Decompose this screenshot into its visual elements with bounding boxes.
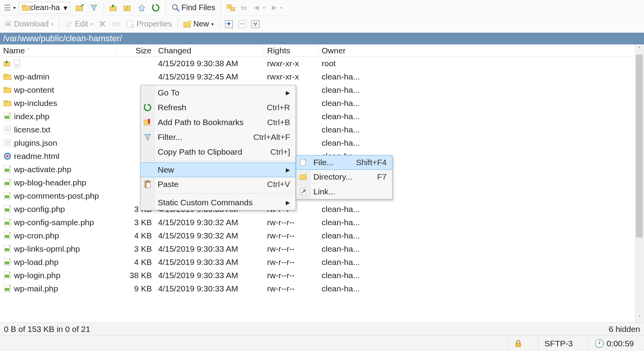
ctx-item-static-custom-commands[interactable]: Static Custom Commands▶ <box>141 195 296 210</box>
file-row[interactable]: wp-config.php3 KB4/15/2019 9:30:38 AMrw-… <box>0 203 644 216</box>
ctx-shortcut: Ctrl+R <box>267 103 290 112</box>
file-row[interactable]: wp-login.php38 KB4/15/2019 9:30:33 AMrw-… <box>0 269 644 282</box>
file-size: 4 KB <box>117 231 155 240</box>
file-name: wp-config.php <box>14 205 65 214</box>
ctx-item-add-path-to-bookmarks[interactable]: Add Path to BookmarksCtrl+B <box>141 115 296 130</box>
svg-rect-43 <box>5 208 9 212</box>
file-type-icon <box>3 165 12 174</box>
folder-picker[interactable]: clean-ha ▾ <box>19 2 70 14</box>
ctx-item-refresh[interactable]: RefreshCtrl+R <box>141 100 296 115</box>
file-row[interactable]: wp-links-opml.php3 KB4/15/2019 9:30:33 A… <box>0 242 644 256</box>
ctx-sub-file[interactable]: File...Shift+F4 <box>296 155 392 170</box>
file-row[interactable]: index.phpclean-ha... <box>0 110 644 123</box>
file-row[interactable]: wp-load.php4 KB4/15/2019 9:30:33 AMrw-r-… <box>0 256 644 269</box>
properties-button[interactable]: Properties <box>124 19 174 29</box>
edit-button[interactable]: Edit▾ <box>62 19 95 29</box>
file-type-icon <box>3 231 12 240</box>
file-owner: clean-ha... <box>318 271 396 280</box>
column-rights[interactable]: Rights <box>264 46 318 55</box>
svg-rect-39 <box>5 182 9 185</box>
tree-toggle-button[interactable]: ⇋ <box>238 2 250 13</box>
open-folder-icon <box>76 4 84 12</box>
lock-status[interactable] <box>507 336 529 351</box>
file-row[interactable]: wp-cron.php4 KB4/15/2019 9:30:32 AMrw-r-… <box>0 229 644 242</box>
column-size[interactable]: Size <box>117 46 155 55</box>
path-bar[interactable]: /var/www/public/clean-hamster/ <box>0 33 644 44</box>
blank-icon <box>143 88 152 97</box>
column-owner[interactable]: Owner <box>318 46 396 55</box>
find-files-button[interactable]: Find Files <box>169 2 218 13</box>
edit-label: Edit <box>75 19 88 28</box>
svg-rect-24 <box>5 116 9 119</box>
svg-line-7 <box>177 9 179 11</box>
file-changed: 4/15/2019 9:30:33 AM <box>155 244 264 254</box>
refresh-icon <box>151 4 160 12</box>
file-row[interactable]: wp-contentclean-ha... <box>0 83 644 97</box>
scroll-up-icon[interactable]: ˄ <box>635 44 644 54</box>
ctx-shortcut: Shift+F4 <box>356 158 387 167</box>
column-changed[interactable]: Changed <box>155 46 264 55</box>
delete-button[interactable]: ✕ <box>96 19 109 29</box>
ctx-item-filter[interactable]: Filter...Ctrl+Alt+F <box>141 130 296 145</box>
file-row[interactable]: wp-admin4/15/2019 9:32:45 AMrwxr-xr-xcle… <box>0 70 644 83</box>
rename-button[interactable] <box>110 19 123 29</box>
open-folder-button[interactable] <box>73 3 86 13</box>
file-name: readme.html <box>14 152 60 161</box>
file-owner: clean-ha... <box>318 284 396 293</box>
ctx-label: Static Custom Commands <box>158 198 281 207</box>
ctx-sub-directory[interactable]: Directory...F7 <box>296 169 392 184</box>
ctx-item-new[interactable]: New▶ <box>140 162 296 177</box>
file-type-icon <box>3 125 12 134</box>
context-menu: Go To▶RefreshCtrl+RAdd Path to Bookmarks… <box>140 85 296 210</box>
ctx-item-go-to[interactable]: Go To▶ <box>141 85 296 100</box>
plus-button[interactable]: + <box>223 19 235 29</box>
file-name: wp-cron.php <box>14 231 59 240</box>
file-owner: clean-ha... <box>318 205 396 214</box>
parent-button[interactable] <box>107 3 120 13</box>
properties-icon <box>126 20 135 28</box>
toolbar-menu-button[interactable]: ☰▾ <box>2 2 18 13</box>
minus-button[interactable]: − <box>236 19 248 29</box>
sync-button[interactable] <box>224 3 238 13</box>
scroll-thumb[interactable] <box>636 55 643 238</box>
file-rights: rwxr-xr-x <box>264 72 318 81</box>
ctx-item-paste[interactable]: PasteCtrl+V <box>141 177 296 192</box>
file-row[interactable]: license.txt20clean-ha... <box>0 123 644 136</box>
select-all-button[interactable]: ∀ <box>249 19 262 29</box>
scroll-down-icon[interactable]: ˅ <box>635 313 644 322</box>
file-row[interactable]: plugins.jsonclean-ha... <box>0 136 644 150</box>
file-row[interactable]: wp-config-sample.php3 KB4/15/2019 9:30:3… <box>0 216 644 229</box>
root-button[interactable]: / <box>121 3 134 13</box>
filter-button[interactable] <box>87 3 100 13</box>
new-button[interactable]: New▾ <box>181 19 216 29</box>
hidden-count: 6 hidden <box>609 325 640 334</box>
back-button[interactable]: ◄▾ <box>250 2 267 13</box>
chevron-right-icon: ▶ <box>286 90 290 96</box>
svg-rect-47 <box>5 235 9 238</box>
filter-icon <box>90 4 98 12</box>
download-button[interactable]: Download▾ <box>2 19 56 29</box>
file-rights: rw-r--r-- <box>264 271 318 280</box>
file-row[interactable]: wp-includesclean-ha... <box>0 97 644 110</box>
file-owner: clean-ha... <box>318 218 396 227</box>
file-changed: 4/15/2019 9:30:32 AM <box>155 231 264 240</box>
ctx-sub-link[interactable]: Link... <box>296 184 392 199</box>
refresh-button[interactable] <box>149 3 162 13</box>
file-name: wp-includes <box>14 99 57 108</box>
ctx-label: New <box>158 165 281 175</box>
file-name: wp-admin <box>14 72 49 81</box>
forward-button[interactable]: ►▾ <box>268 2 285 13</box>
svg-rect-37 <box>5 169 9 172</box>
vertical-scrollbar[interactable]: ˄ ˅ <box>635 44 644 322</box>
file-name: wp-links-opml.php <box>14 244 80 254</box>
sync-folders-icon <box>227 4 235 12</box>
file-name: wp-load.php <box>14 258 58 267</box>
column-name[interactable]: Name˄ <box>0 46 117 55</box>
home-button[interactable] <box>135 3 148 13</box>
separator <box>221 2 221 13</box>
file-row[interactable]: wp-mail.php9 KB4/15/2019 9:30:33 AMrw-r-… <box>0 282 644 295</box>
file-row[interactable]: ..4/15/2019 9:30:38 AMrwxr-xr-xroot <box>0 57 644 70</box>
separator <box>104 2 104 13</box>
file-owner: clean-ha... <box>318 231 396 240</box>
ctx-item-copy-path-to-clipboard[interactable]: Copy Path to ClipboardCtrl+] <box>141 145 296 159</box>
